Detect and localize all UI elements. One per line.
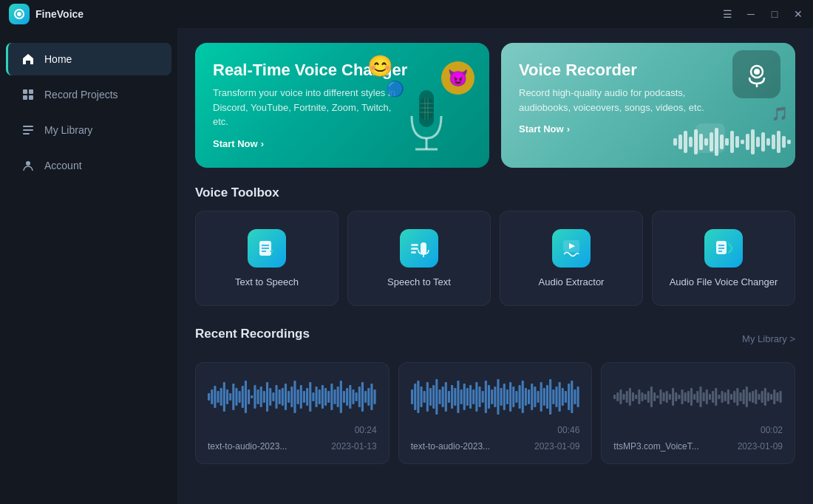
- voice-recorder-banner[interactable]: Voice Recorder Record high-quality audio…: [501, 43, 795, 168]
- svg-rect-214: [749, 392, 751, 401]
- svg-rect-111: [364, 391, 367, 403]
- recording-card-2[interactable]: 00:46 text-to-audio-2023... 2023-01-09: [398, 362, 593, 464]
- svg-rect-94: [312, 392, 314, 401]
- svg-rect-25: [689, 137, 693, 147]
- voice-changer-link[interactable]: Start Now ›: [213, 138, 264, 149]
- svg-rect-44: [787, 140, 791, 144]
- svg-rect-125: [441, 386, 443, 407]
- svg-rect-195: [690, 388, 693, 406]
- maximize-button[interactable]: □: [769, 8, 780, 20]
- svg-rect-167: [571, 381, 573, 413]
- svg-rect-189: [672, 388, 674, 406]
- menu-icon[interactable]: ☰: [721, 8, 733, 20]
- recording-date-2: 2023-01-09: [534, 441, 579, 452]
- svg-rect-208: [730, 394, 732, 400]
- svg-rect-184: [657, 395, 659, 398]
- svg-rect-210: [737, 388, 739, 406]
- svg-rect-110: [361, 382, 364, 412]
- svg-rect-182: [650, 386, 653, 407]
- sidebar-item-home[interactable]: Home: [6, 43, 171, 75]
- svg-rect-196: [693, 394, 695, 400]
- svg-rect-143: [497, 379, 499, 415]
- svg-rect-127: [448, 391, 450, 403]
- svg-rect-95: [316, 386, 318, 407]
- account-icon: [21, 158, 35, 173]
- svg-rect-32: [725, 138, 729, 146]
- svg-rect-98: [324, 388, 327, 406]
- svg-rect-64: [220, 388, 222, 406]
- svg-rect-97: [322, 385, 324, 409]
- svg-rect-92: [306, 388, 308, 406]
- voice-recorder-link[interactable]: Start Now ›: [519, 123, 570, 134]
- svg-rect-2: [23, 89, 27, 94]
- svg-rect-171: [617, 392, 619, 401]
- svg-rect-36: [746, 134, 749, 150]
- svg-rect-42: [777, 131, 780, 153]
- svg-rect-117: [417, 381, 419, 413]
- svg-rect-148: [512, 386, 514, 407]
- svg-rect-204: [718, 395, 721, 399]
- sidebar-item-my-library[interactable]: My Library: [6, 114, 171, 146]
- speech-to-text-icon-wrap: [400, 229, 438, 268]
- speech-to-text-label: Speech to Text: [387, 276, 451, 287]
- svg-rect-132: [463, 384, 465, 410]
- svg-rect-71: [242, 386, 244, 408]
- svg-rect-34: [735, 136, 739, 148]
- my-library-link[interactable]: My Library >: [742, 333, 795, 344]
- my-library-icon: [21, 123, 35, 137]
- tool-speech-to-text[interactable]: Speech to Text: [347, 211, 491, 306]
- svg-rect-86: [288, 391, 290, 403]
- svg-rect-174: [626, 391, 628, 403]
- tool-audio-extractor[interactable]: Audio Extractor: [500, 211, 643, 306]
- my-library-label: My Library: [44, 124, 92, 136]
- recent-recordings-header: Recent Recordings My Library >: [195, 327, 795, 352]
- sidebar-item-account[interactable]: Account: [6, 149, 171, 182]
- svg-rect-194: [687, 391, 690, 403]
- svg-rect-198: [700, 386, 702, 407]
- svg-rect-67: [229, 393, 231, 401]
- svg-rect-87: [290, 386, 293, 407]
- svg-rect-72: [245, 381, 247, 413]
- svg-point-9: [26, 161, 30, 166]
- waveform-1: [208, 375, 377, 419]
- svg-rect-126: [444, 382, 446, 412]
- svg-rect-114: [374, 389, 376, 404]
- toolbox-grid: Text to Speech Speech to Text: [195, 211, 795, 306]
- svg-rect-66: [226, 389, 228, 404]
- main-layout: Home Record Projects My Lib: [0, 28, 813, 504]
- tool-text-to-speech[interactable]: Text to Speech: [195, 211, 339, 306]
- svg-rect-65: [223, 382, 225, 412]
- close-button[interactable]: ✕: [792, 8, 804, 20]
- svg-point-1: [17, 12, 21, 16]
- recording-card-1[interactable]: 00:24 text-to-audio-2023... 2023-01-13: [195, 362, 390, 464]
- svg-rect-162: [555, 386, 557, 407]
- svg-rect-96: [319, 389, 321, 404]
- svg-rect-38: [756, 137, 760, 147]
- svg-rect-49: [411, 244, 418, 246]
- svg-rect-76: [257, 389, 259, 404]
- sidebar-item-record-projects[interactable]: Record Projects: [6, 78, 171, 111]
- tool-audio-file-voice-changer[interactable]: Audio File Voice Changer: [652, 211, 795, 306]
- svg-rect-166: [568, 384, 570, 410]
- svg-rect-211: [740, 392, 742, 401]
- emoji-decoration-2: 😈: [441, 61, 474, 95]
- voice-changer-deco: 😊 😈 🔵: [341, 43, 489, 168]
- text-to-speech-label: Text to Speech: [235, 276, 299, 287]
- svg-rect-79: [266, 382, 268, 412]
- svg-rect-137: [478, 386, 480, 407]
- svg-rect-113: [370, 384, 373, 410]
- svg-rect-22: [673, 138, 677, 146]
- minimize-button[interactable]: ─: [745, 8, 757, 20]
- svg-rect-216: [755, 389, 758, 404]
- svg-rect-130: [457, 381, 459, 413]
- recording-card-3[interactable]: 00:02 ttsMP3.com_VoiceT... 2023-01-09: [601, 362, 795, 464]
- svg-rect-186: [663, 392, 665, 401]
- svg-rect-212: [743, 389, 745, 404]
- svg-rect-88: [293, 381, 296, 413]
- svg-rect-169: [576, 386, 579, 407]
- svg-rect-115: [411, 389, 413, 404]
- svg-rect-109: [358, 386, 361, 407]
- svg-rect-159: [546, 385, 548, 409]
- svg-rect-142: [494, 386, 496, 407]
- voice-changer-banner[interactable]: Real-Time Voice Changer Transform your v…: [195, 43, 489, 168]
